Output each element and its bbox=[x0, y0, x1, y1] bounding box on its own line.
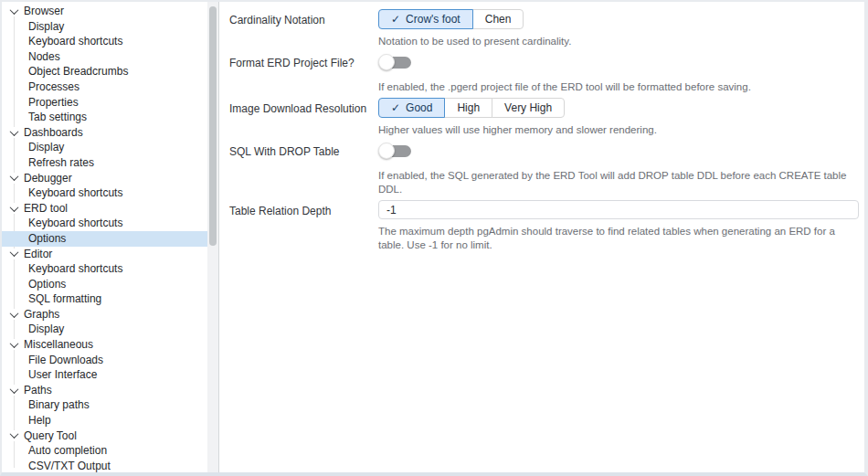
tree-group-label: Debugger bbox=[24, 171, 72, 186]
preferences-sidebar: BrowserDisplayKeyboard shortcutsNodesObj… bbox=[2, 2, 219, 472]
tree-group-browser[interactable]: Browser bbox=[2, 4, 218, 19]
pref-row-cardinality-notation: Cardinality Notation✓Crow's footChenNota… bbox=[229, 9, 864, 48]
tree-item-browser-object-breadcrumbs[interactable]: Object Breadcrumbs bbox=[2, 64, 218, 79]
option-label: Very High bbox=[504, 101, 552, 114]
option-label: Chen bbox=[485, 13, 512, 26]
chevron-down-icon[interactable] bbox=[7, 249, 20, 259]
pref-row-sql-with-drop-table: SQL With DROP TableIf enabled, the SQL g… bbox=[229, 141, 864, 196]
tree-item-graphs-display[interactable]: Display bbox=[2, 322, 218, 337]
option-label: Crow's foot bbox=[406, 13, 460, 26]
tree-item-query-tool-csv-txt-output[interactable]: CSV/TXT Output bbox=[2, 459, 218, 472]
cardinality-notation-button-group: ✓Crow's footChen bbox=[378, 9, 524, 29]
tree-item-browser-display[interactable]: Display bbox=[2, 19, 218, 35]
tree-group-label: Paths bbox=[24, 383, 52, 398]
sidebar-scrollbar-thumb[interactable] bbox=[209, 6, 217, 246]
preferences-tree: BrowserDisplayKeyboard shortcutsNodesObj… bbox=[2, 2, 218, 472]
option-label: High bbox=[457, 101, 480, 114]
preferences-panel: Cardinality Notation✓Crow's footChenNota… bbox=[219, 2, 864, 472]
tree-group-label: Miscellaneous bbox=[24, 337, 93, 353]
tree-item-erd-tool-options[interactable]: Options bbox=[2, 231, 218, 247]
tree-group-label: ERD tool bbox=[24, 201, 68, 217]
tree-item-browser-processes[interactable]: Processes bbox=[2, 79, 218, 95]
tree-item-browser-tab-settings[interactable]: Tab settings bbox=[2, 110, 218, 125]
pref-control-cardinality-notation: ✓Crow's footChenNotation to be used to p… bbox=[378, 9, 862, 48]
pref-control-table-relation-depth: The maximum depth pgAdmin should travers… bbox=[378, 200, 862, 252]
tree-item-browser-nodes[interactable]: Nodes bbox=[2, 49, 218, 65]
chevron-down-icon[interactable] bbox=[7, 203, 20, 214]
pref-row-table-relation-depth: Table Relation DepthThe maximum depth pg… bbox=[229, 200, 864, 252]
tree-item-browser-keyboard-shortcuts[interactable]: Keyboard shortcuts bbox=[2, 34, 218, 49]
tree-group-label: Dashboards bbox=[24, 125, 83, 141]
chevron-down-icon[interactable] bbox=[7, 5, 20, 16]
check-icon: ✓ bbox=[391, 14, 400, 25]
pref-control-format-erd-project-file: If enabled, the .pgerd project file of t… bbox=[378, 52, 862, 94]
option-good-button[interactable]: ✓Good bbox=[378, 98, 445, 118]
tree-item-editor-keyboard-shortcuts[interactable]: Keyboard shortcuts bbox=[2, 261, 218, 277]
option-label: Good bbox=[406, 101, 432, 114]
chevron-down-icon[interactable] bbox=[7, 173, 20, 184]
pref-help-image-download-resolution: Higher values will use higher memory and… bbox=[378, 123, 862, 137]
image-download-resolution-button-group: ✓GoodHighVery High bbox=[378, 98, 565, 118]
sql-with-drop-table-toggle[interactable] bbox=[378, 142, 413, 160]
pref-help-table-relation-depth: The maximum depth pgAdmin should travers… bbox=[378, 225, 862, 252]
pref-control-image-download-resolution: ✓GoodHighVery HighHigher values will use… bbox=[378, 98, 862, 137]
tree-group-label: Graphs bbox=[24, 307, 59, 323]
tree-item-debugger-keyboard-shortcuts[interactable]: Keyboard shortcuts bbox=[2, 185, 218, 201]
pref-control-sql-with-drop-table: If enabled, the SQL generated by the ERD… bbox=[378, 141, 862, 196]
tree-group-query-tool[interactable]: Query Tool bbox=[2, 428, 218, 444]
pref-label-format-erd-project-file: Format ERD Project File? bbox=[229, 52, 378, 94]
chevron-down-icon[interactable] bbox=[7, 430, 20, 441]
format-erd-project-file-toggle[interactable] bbox=[378, 53, 413, 71]
pref-help-format-erd-project-file: If enabled, the .pgerd project file of t… bbox=[378, 80, 862, 94]
toggle-knob bbox=[378, 54, 395, 70]
tree-item-miscellaneous-user-interface[interactable]: User Interface bbox=[2, 367, 218, 383]
tree-item-paths-binary-paths[interactable]: Binary paths bbox=[2, 397, 218, 413]
tree-group-label: Browser bbox=[24, 4, 64, 19]
tree-group-erd-tool[interactable]: ERD tool bbox=[2, 201, 218, 217]
pref-row-image-download-resolution: Image Download Resolution✓GoodHighVery H… bbox=[229, 98, 864, 137]
tree-group-editor[interactable]: Editor bbox=[2, 247, 218, 262]
tree-group-paths[interactable]: Paths bbox=[2, 383, 218, 398]
pref-label-sql-with-drop-table: SQL With DROP Table bbox=[229, 141, 378, 196]
pref-help-cardinality-notation: Notation to be used to present cardinali… bbox=[378, 35, 862, 48]
tree-item-paths-help[interactable]: Help bbox=[2, 413, 218, 428]
option-very-high-button[interactable]: Very High bbox=[492, 98, 565, 118]
option-crow-s-foot-button[interactable]: ✓Crow's foot bbox=[378, 9, 473, 29]
tree-group-dashboards[interactable]: Dashboards bbox=[2, 125, 218, 141]
tree-item-query-tool-auto-completion[interactable]: Auto completion bbox=[2, 443, 218, 459]
tree-item-dashboards-display[interactable]: Display bbox=[2, 140, 218, 155]
check-icon: ✓ bbox=[391, 102, 400, 113]
chevron-down-icon[interactable] bbox=[7, 127, 20, 138]
chevron-down-icon[interactable] bbox=[7, 339, 20, 350]
pref-help-sql-with-drop-table: If enabled, the SQL generated by the ERD… bbox=[378, 169, 862, 196]
option-high-button[interactable]: High bbox=[444, 98, 492, 118]
tree-item-editor-options[interactable]: Options bbox=[2, 277, 218, 292]
tree-group-label: Query Tool bbox=[24, 428, 77, 444]
tree-item-browser-properties[interactable]: Properties bbox=[2, 95, 218, 111]
chevron-down-icon[interactable] bbox=[7, 385, 20, 396]
tree-item-miscellaneous-file-downloads[interactable]: File Downloads bbox=[2, 353, 218, 368]
tree-group-miscellaneous[interactable]: Miscellaneous bbox=[2, 337, 218, 353]
toggle-knob bbox=[378, 143, 395, 159]
preferences-dialog: BrowserDisplayKeyboard shortcutsNodesObj… bbox=[0, 0, 868, 476]
option-chen-button[interactable]: Chen bbox=[472, 9, 524, 29]
tree-group-graphs[interactable]: Graphs bbox=[2, 307, 218, 323]
pref-row-format-erd-project-file: Format ERD Project File?If enabled, the … bbox=[229, 52, 864, 94]
tree-item-editor-sql-formatting[interactable]: SQL formatting bbox=[2, 291, 218, 307]
tree-group-label: Editor bbox=[24, 247, 52, 262]
table-relation-depth-input[interactable] bbox=[378, 200, 859, 219]
pref-label-table-relation-depth: Table Relation Depth bbox=[229, 200, 378, 252]
tree-item-erd-tool-keyboard-shortcuts[interactable]: Keyboard shortcuts bbox=[2, 216, 218, 231]
pref-label-cardinality-notation: Cardinality Notation bbox=[229, 9, 378, 48]
chevron-down-icon[interactable] bbox=[7, 309, 20, 320]
tree-group-debugger[interactable]: Debugger bbox=[2, 171, 218, 186]
sidebar-scrollbar-track[interactable] bbox=[207, 2, 218, 472]
tree-item-dashboards-refresh-rates[interactable]: Refresh rates bbox=[2, 155, 218, 171]
pref-label-image-download-resolution: Image Download Resolution bbox=[229, 98, 378, 137]
